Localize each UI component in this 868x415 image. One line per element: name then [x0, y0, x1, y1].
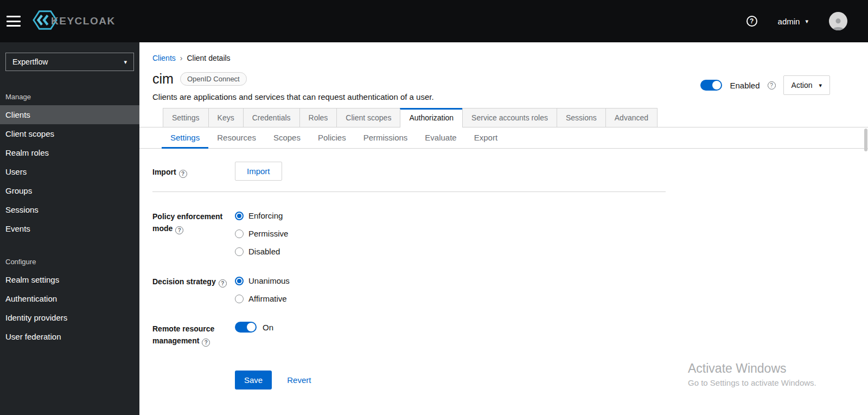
radio-permissive[interactable]: Permissive — [235, 229, 666, 238]
import-help-icon[interactable]: ? — [179, 170, 187, 178]
decision-help-icon[interactable]: ? — [219, 279, 227, 288]
realm-selector[interactable]: Expertflow ▾ — [5, 53, 134, 71]
subtab-permissions[interactable]: Permissions — [355, 127, 417, 149]
import-label: Import? — [152, 162, 235, 181]
remote-help-icon[interactable]: ? — [202, 339, 210, 347]
tab-advanced[interactable]: Advanced — [605, 108, 658, 127]
authorization-settings-form: Import? Import Policy enforcement mode? … — [139, 149, 679, 390]
authorization-subtabs: Settings Resources Scopes Policies Permi… — [139, 127, 868, 149]
sidebar-item-authentication[interactable]: Authentication — [0, 289, 139, 308]
action-label: Action — [792, 81, 813, 90]
subtab-export[interactable]: Export — [465, 127, 506, 149]
sidebar-item-realm-settings[interactable]: Realm settings — [0, 270, 139, 289]
tab-settings[interactable]: Settings — [163, 108, 209, 127]
client-header: cim OpenID Connect Clients are applicati… — [139, 62, 868, 101]
activate-windows-watermark: Activate Windows Go to Settings to activ… — [688, 361, 816, 387]
tab-service-accounts-roles[interactable]: Service accounts roles — [462, 108, 557, 127]
remote-resource-toggle[interactable] — [235, 322, 257, 333]
sidebar: Expertflow ▾ Manage Clients Client scope… — [0, 42, 139, 415]
import-row: Import? Import — [152, 162, 666, 181]
chevron-down-icon: ▾ — [124, 59, 127, 66]
sidebar-item-user-federation[interactable]: User federation — [0, 327, 139, 346]
enabled-help-icon[interactable]: ? — [768, 81, 776, 90]
revert-button[interactable]: Revert — [287, 375, 311, 385]
radio-icon — [235, 229, 244, 238]
decision-strategy-row: Decision strategy? Unanimous Affirmative — [152, 271, 666, 303]
radio-icon — [235, 277, 244, 285]
nav-section-manage: Manage — [0, 88, 139, 105]
breadcrumb-link-clients[interactable]: Clients — [152, 54, 176, 62]
tab-keys[interactable]: Keys — [208, 108, 244, 127]
keycloak-logo[interactable]: KEYCLOAK — [33, 9, 116, 33]
form-actions: Save Revert — [235, 371, 666, 390]
tab-credentials[interactable]: Credentials — [243, 108, 300, 127]
radio-icon — [235, 247, 244, 256]
import-button[interactable]: Import — [235, 162, 282, 181]
sidebar-item-clients[interactable]: Clients — [0, 105, 139, 124]
decision-strategy-label: Decision strategy? — [152, 271, 235, 303]
sidebar-item-users[interactable]: Users — [0, 162, 139, 181]
subtab-settings[interactable]: Settings — [162, 127, 208, 149]
sidebar-item-sessions[interactable]: Sessions — [0, 200, 139, 219]
sidebar-nav: Manage Clients Client scopes Realm roles… — [0, 88, 139, 346]
sidebar-item-identity-providers[interactable]: Identity providers — [0, 308, 139, 327]
radio-disabled[interactable]: Disabled — [235, 247, 666, 256]
toggle-state-label: On — [263, 323, 273, 332]
chevron-down-icon: ▾ — [819, 82, 822, 89]
brand-name: KEYCLOAK — [51, 15, 116, 27]
subtab-policies[interactable]: Policies — [309, 127, 355, 149]
remote-resource-row: Remote resource management? On — [152, 318, 666, 347]
radio-unanimous[interactable]: Unanimous — [235, 276, 666, 285]
scrollbar-thumb[interactable] — [864, 129, 867, 151]
tab-authorization[interactable]: Authorization — [400, 108, 463, 127]
sidebar-item-realm-roles[interactable]: Realm roles — [0, 143, 139, 162]
policy-enforcement-label: Policy enforcement mode? — [152, 206, 235, 256]
enabled-label: Enabled — [730, 81, 760, 90]
breadcrumb-separator-icon: › — [180, 54, 183, 62]
sidebar-item-client-scopes[interactable]: Client scopes — [0, 124, 139, 143]
tab-client-scopes[interactable]: Client scopes — [336, 108, 400, 127]
policy-enforcement-row: Policy enforcement mode? Enforcing Permi… — [152, 206, 666, 256]
radio-affirmative[interactable]: Affirmative — [235, 294, 666, 303]
chevron-down-icon: ▾ — [805, 18, 808, 25]
enabled-toggle[interactable] — [700, 80, 722, 91]
hamburger-menu-icon[interactable] — [7, 16, 21, 27]
nav-section-configure: Configure — [0, 253, 139, 270]
tab-sessions[interactable]: Sessions — [557, 108, 606, 127]
action-dropdown[interactable]: Action ▾ — [783, 75, 830, 95]
main-content: Clients › Client details cim OpenID Conn… — [139, 42, 868, 415]
avatar[interactable] — [829, 12, 847, 30]
radio-enforcing[interactable]: Enforcing — [235, 211, 666, 220]
sidebar-item-events[interactable]: Events — [0, 219, 139, 238]
subtab-scopes[interactable]: Scopes — [265, 127, 309, 149]
policy-help-icon[interactable]: ? — [175, 226, 183, 234]
sidebar-item-groups[interactable]: Groups — [0, 181, 139, 200]
client-tabs: Settings Keys Credentials Roles Client s… — [139, 108, 868, 127]
protocol-badge: OpenID Connect — [180, 72, 247, 86]
page-title: cim — [152, 71, 174, 87]
form-divider — [152, 191, 666, 192]
masthead: KEYCLOAK ? admin ▾ — [0, 0, 868, 42]
breadcrumb-current: Client details — [187, 54, 230, 62]
subtab-resources[interactable]: Resources — [208, 127, 265, 149]
radio-icon — [235, 295, 244, 303]
help-icon[interactable]: ? — [746, 16, 757, 27]
username: admin — [778, 17, 800, 26]
realm-name: Expertflow — [12, 58, 48, 66]
save-button[interactable]: Save — [235, 371, 272, 390]
breadcrumb: Clients › Client details — [139, 42, 868, 62]
subtab-evaluate[interactable]: Evaluate — [416, 127, 465, 149]
client-description: Clients are applications and services th… — [152, 92, 434, 101]
radio-icon — [235, 212, 244, 220]
tab-roles[interactable]: Roles — [299, 108, 337, 127]
user-menu[interactable]: admin ▾ — [778, 17, 808, 26]
remote-resource-label: Remote resource management? — [152, 318, 235, 347]
